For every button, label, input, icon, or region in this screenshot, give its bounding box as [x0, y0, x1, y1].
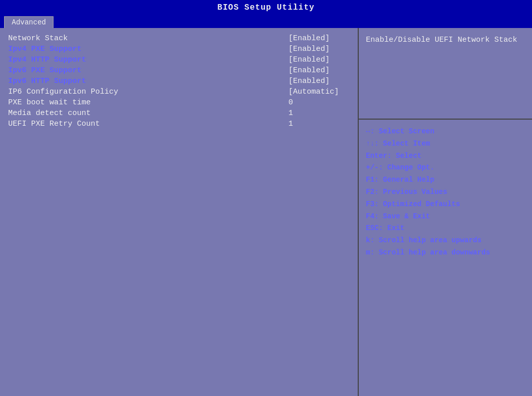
setting-name: Ipv6 PXE Support [8, 66, 161, 75]
setting-row[interactable]: Media detect count1 [8, 109, 350, 118]
setting-row[interactable]: IP6 Configuration Policy[Automatic] [8, 88, 350, 96]
key-help-item: ↑↓: Select Item [366, 138, 525, 150]
key-help-item: ↔: Select Screen [366, 126, 525, 138]
key-help-area: ↔: Select Screen↑↓: Select ItemEnter: Se… [359, 120, 532, 396]
key-help-item: ESC: Exit [366, 222, 525, 235]
setting-row[interactable]: Ipv4 HTTP Support[Enabled] [8, 55, 350, 64]
setting-name: Media detect count [8, 109, 161, 118]
help-text-area: Enable/Disable UEFI Network Stack [359, 28, 532, 120]
setting-value: [Enabled] [288, 34, 350, 43]
key-help-item: F3: Optimized Defaults [366, 199, 525, 211]
setting-name: Network Stack [8, 34, 161, 43]
setting-name: IP6 Configuration Policy [8, 88, 161, 96]
tab-bar: Advanced [0, 15, 532, 28]
setting-row[interactable]: Ipv4 PXE Support[Enabled] [8, 45, 350, 53]
setting-name: Ipv4 PXE Support [8, 45, 161, 53]
setting-name: PXE boot wait time [8, 98, 161, 107]
key-help-item: F2: Previous Values [366, 186, 525, 199]
key-help-item: Enter: Select [366, 150, 525, 162]
setting-row[interactable]: PXE boot wait time0 [8, 98, 350, 107]
key-help-item: +/-: Change Opt. [366, 162, 525, 174]
left-panel: Network Stack[Enabled]Ipv4 PXE Support[E… [0, 28, 359, 396]
title-text: BIOS Setup Utility [218, 3, 315, 12]
key-help-item: F4: Save & Exit [366, 211, 525, 223]
setting-name: Ipv4 HTTP Support [8, 55, 161, 64]
right-panel: Enable/Disable UEFI Network Stack ↔: Sel… [359, 28, 532, 396]
setting-row[interactable]: Ipv6 PXE Support[Enabled] [8, 66, 350, 75]
setting-name: Ipv6 HTTP Support [8, 77, 161, 86]
setting-value: 1 [288, 109, 350, 118]
title-bar: BIOS Setup Utility [0, 0, 532, 15]
setting-value: 0 [288, 98, 350, 107]
setting-row[interactable]: Network Stack[Enabled] [8, 34, 350, 43]
tab-advanced[interactable]: Advanced [4, 16, 54, 28]
key-help-item: k: Scroll help area upwards [366, 235, 525, 247]
setting-row[interactable]: UEFI PXE Retry Count1 [8, 120, 350, 128]
key-help-item: m: Scroll help area downwards [366, 247, 525, 259]
setting-value: [Enabled] [288, 66, 350, 75]
setting-value: [Enabled] [288, 77, 350, 86]
setting-row[interactable]: Ipv6 HTTP Support[Enabled] [8, 77, 350, 86]
setting-name: UEFI PXE Retry Count [8, 120, 161, 128]
help-text: Enable/Disable UEFI Network Stack [366, 36, 517, 44]
main-content: Network Stack[Enabled]Ipv4 PXE Support[E… [0, 28, 532, 396]
setting-value: [Automatic] [288, 88, 350, 96]
key-help-item: F1: General Help [366, 174, 525, 186]
setting-value: 1 [288, 120, 350, 128]
setting-value: [Enabled] [288, 45, 350, 53]
setting-value: [Enabled] [288, 55, 350, 64]
